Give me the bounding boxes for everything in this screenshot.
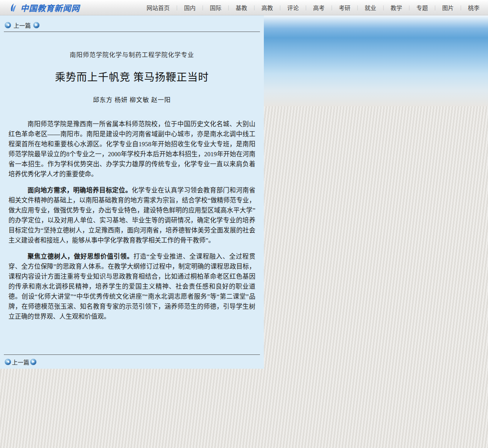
nav-separator: ｜ [278,4,283,11]
topnav-link[interactable]: 考研 [334,3,355,12]
topnav-link[interactable]: 就业 [360,3,381,12]
topnav-link[interactable]: 基教 [231,3,252,12]
paragraph-lead: 聚焦立德树人，做好思想价值引领。 [28,253,134,260]
topnav-link[interactable]: 评论 [283,3,304,12]
nav-separator: ｜ [329,4,334,11]
article-paragraph: 聚焦立德树人，做好思想价值引领。打造“全专业推进、全课程融入、全过程贯穿、全方位… [8,252,255,322]
article-body: 南阳师范学院化学与制药工程学院化学专业 乘势而上千帆竞 策马扬鞭正当时 邱东方 … [0,32,264,354]
topnav-link[interactable]: 高考 [309,3,329,12]
article-panel: ◀ 上一篇 ▶ 南阳师范学院化学与制药工程学院化学专业 乘势而上千帆竞 策马扬鞭… [0,15,264,369]
site-logo-icon [8,3,18,13]
prev-article-icon[interactable]: ◀ [5,22,11,28]
nav-separator: ｜ [226,4,231,11]
topnav-link[interactable]: 国际 [205,3,226,12]
nav-separator: ｜ [355,4,360,11]
article-title: 乘势而上千帆竞 策马扬鞭正当时 [8,69,255,84]
topnav-link[interactable]: 教学 [386,3,407,12]
nav-separator: ｜ [304,4,309,11]
nav-separator: ｜ [458,4,463,11]
topnav-link[interactable]: 网站首页 [142,3,174,12]
next-article-icon-bottom[interactable]: ▶ [30,359,37,365]
article-paragraph: 面向地方需求，明确培养目标定位。化学专业在认真学习领会教育部门和河南省相关文件精… [8,186,255,246]
article-paragraph: 南阳师范学院是豫西南一所省属本科师范院校，位于中国历史文化名城、大别山红色革命老… [8,119,255,179]
paragraph-text: 打造“全专业推进、全课程融入、全过程贯穿、全方位保障”的思政育人体系。在教学大纲… [8,253,255,320]
topnav-link[interactable]: 高教 [257,3,278,12]
nav-separator: ｜ [252,4,257,11]
page-content: 中国教育报 CHINA EDUCATION DAILY 返回首页 ｜ 广告刊例 … [0,15,488,448]
article-kicker: 南阳师范学院化学与制药工程学院化学专业 [8,50,255,59]
topnav-link[interactable]: 图片 [438,3,458,12]
article-bottom-nav: ◀ 上一篇 ▶ [4,354,260,369]
topnav-link[interactable]: 专题 [412,3,433,12]
site-logo-text[interactable]: 中国教育新闻网 [20,2,80,13]
next-article-icon[interactable]: ▶ [33,22,40,28]
article-authors: 邱东方 杨妍 柳文敏 赵一阳 [8,95,255,104]
nav-separator: ｜ [200,4,205,11]
nav-separator: ｜ [174,4,179,11]
topnav-link[interactable]: 国内 [179,3,200,12]
nav-separator: ｜ [407,4,412,11]
prev-article-link[interactable]: 上一篇 [13,21,31,29]
topnav-link[interactable]: 桃李 [463,3,484,12]
paragraph-lead: 面向地方需求，明确培养目标定位。 [28,187,132,194]
site-logo[interactable]: 中国教育新闻网 [8,2,80,13]
prev-article-link-bottom[interactable]: 上一篇 [12,358,29,366]
article-paragraphs: 南阳师范学院是豫西南一所省属本科师范院校，位于中国历史文化名城、大别山红色革命老… [8,119,255,322]
top-navigation-bar: 中国教育新闻网 网站首页｜国内｜国际｜基教｜高教｜评论｜高考｜考研｜就业｜教学｜… [0,0,488,15]
topnav-links: 网站首页｜国内｜国际｜基教｜高教｜评论｜高考｜考研｜就业｜教学｜专题｜图片｜桃李 [142,3,484,12]
nav-separator: ｜ [381,4,386,11]
paragraph-text: 南阳师范学院是豫西南一所省属本科师范院校，位于中国历史文化名城、大别山红色革命老… [8,120,255,178]
prev-article-icon-bottom[interactable]: ◀ [5,359,11,365]
article-top-nav: ◀ 上一篇 ▶ [0,15,264,32]
paragraph-text: 化学专业在认真学习领会教育部门和河南省相关文件精神的基础上，以南阳基础教育的地方… [8,187,255,244]
nav-separator: ｜ [433,4,438,11]
